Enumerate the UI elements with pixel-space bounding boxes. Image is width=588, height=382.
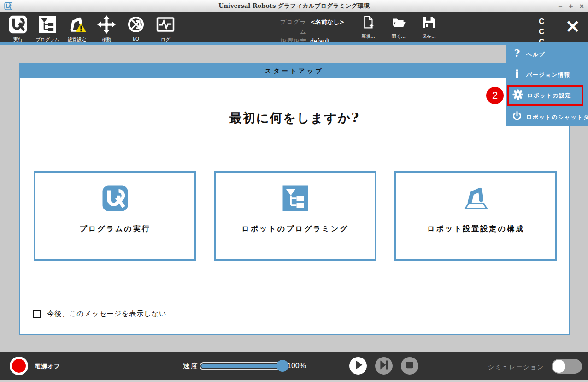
save-disk-icon: [421, 15, 437, 32]
tab-run[interactable]: 実行: [3, 12, 33, 42]
step-forward-icon: [375, 356, 393, 376]
stop-icon: [401, 356, 418, 376]
save-button[interactable]: 保存...: [417, 15, 441, 40]
tab-log[interactable]: ログ: [151, 12, 180, 42]
ur-logo-icon: [4, 2, 12, 12]
open-folder-icon: [391, 15, 406, 32]
window-title: Universal Robots グラフィカルプログラミング環境: [0, 2, 588, 10]
window-bottom-edge: [0, 380, 588, 382]
robot-arm-warning-icon: [67, 15, 87, 36]
tab-label: I/O: [133, 36, 139, 42]
dont-show-again-checkbox[interactable]: [33, 310, 41, 318]
startup-panel: スタートアップ 最初に何をしますか? プログラムの実行: [19, 63, 570, 335]
menu-item-label: ロボットの設定: [527, 92, 571, 100]
close-button[interactable]: ×: [580, 0, 584, 12]
menu-item-help[interactable]: ? ヘルプ: [506, 46, 588, 63]
power-icon: [512, 111, 523, 124]
program-tree-icon: [38, 15, 57, 36]
program-label: プログラム: [276, 17, 306, 36]
menu-item-robot-settings[interactable]: ロボットの設定: [507, 85, 583, 106]
new-button[interactable]: 新規...: [356, 15, 380, 40]
card-label: プログラムの実行: [79, 224, 150, 234]
program-robot-card[interactable]: ロボットのプログラミング: [214, 171, 376, 261]
help-question-icon: ?: [512, 48, 523, 61]
step-button[interactable]: [375, 357, 393, 375]
cc-row[interactable]: C C: [539, 17, 564, 37]
power-status-label: 電源オフ: [35, 362, 61, 370]
app-window: Universal Robots グラフィカルプログラミング環境 − + × 実…: [0, 0, 588, 382]
log-pulse-icon: [156, 15, 175, 36]
tab-installation[interactable]: 設置設定: [62, 12, 92, 42]
accent-strip: [0, 42, 588, 45]
gear-icon: [512, 89, 523, 102]
speed-slider-fill: [201, 364, 283, 368]
menu-close-button[interactable]: ✕: [565, 16, 580, 38]
startup-heading: 最初に何をしますか?: [20, 110, 569, 126]
ur-logo-icon: [101, 173, 129, 214]
menu-item-label: ロボットのシャットダウ: [526, 113, 588, 121]
play-button[interactable]: [349, 357, 367, 375]
new-file-icon: [360, 15, 376, 32]
speed-slider[interactable]: [200, 362, 285, 370]
startup-panel-header: スタートアップ: [20, 64, 569, 78]
toggle-knob: [553, 360, 565, 373]
step-2-badge: 2: [486, 87, 504, 104]
maximize-button[interactable]: +: [569, 0, 573, 12]
tab-program[interactable]: プログラム: [33, 12, 62, 42]
info-icon: [512, 68, 523, 81]
power-status-button[interactable]: [10, 357, 28, 375]
save-button-label: 保存...: [422, 33, 436, 40]
stop-button[interactable]: [401, 357, 418, 375]
open-button-label: 開く...: [392, 33, 406, 40]
menu-item-label: ヘルプ: [526, 51, 545, 59]
simulation-label: シミュレーション: [488, 363, 544, 371]
card-label: ロボット設置設定の構成: [427, 224, 524, 234]
program-tree-icon: [282, 173, 309, 214]
ur-logo-icon: [8, 15, 28, 36]
tab-io[interactable]: I/O: [121, 12, 151, 42]
bottom-bar: 電源オフ 速度 100% シミュレーション: [0, 352, 588, 380]
open-button[interactable]: 開く...: [387, 15, 411, 40]
simulation-toggle[interactable]: [552, 359, 582, 374]
title-bar: Universal Robots グラフィカルプログラミング環境 − + ×: [0, 0, 588, 12]
main-toolbar: 実行 プログラム: [0, 12, 588, 42]
minimize-button[interactable]: −: [558, 0, 562, 12]
menu-item-version-info[interactable]: バージョン情報: [506, 66, 588, 84]
program-name-value: <名前なし>: [310, 17, 344, 36]
robot-arm-icon: [462, 173, 490, 214]
hamburger-dropdown-menu: ? ヘルプ バージョン情報: [506, 42, 588, 126]
speed-label: 速度: [183, 362, 199, 370]
move-arrows-icon: [97, 15, 116, 36]
menu-item-label: バージョン情報: [526, 71, 570, 79]
card-label: ロボットのプログラミング: [241, 224, 349, 234]
svg-text:?: ?: [514, 48, 520, 59]
run-program-card[interactable]: プログラムの実行: [34, 171, 196, 261]
new-button-label: 新規...: [361, 33, 375, 40]
configure-installation-card[interactable]: ロボット設置設定の構成: [394, 171, 557, 261]
menu-item-shutdown[interactable]: ロボットのシャットダウ: [506, 108, 588, 126]
speed-value: 100%: [287, 362, 306, 370]
tab-move[interactable]: 移動: [92, 12, 121, 42]
dont-show-again-label: 今後、このメッセージを表示しない: [47, 310, 167, 318]
play-icon: [349, 356, 367, 376]
io-arrows-icon: [126, 15, 146, 36]
